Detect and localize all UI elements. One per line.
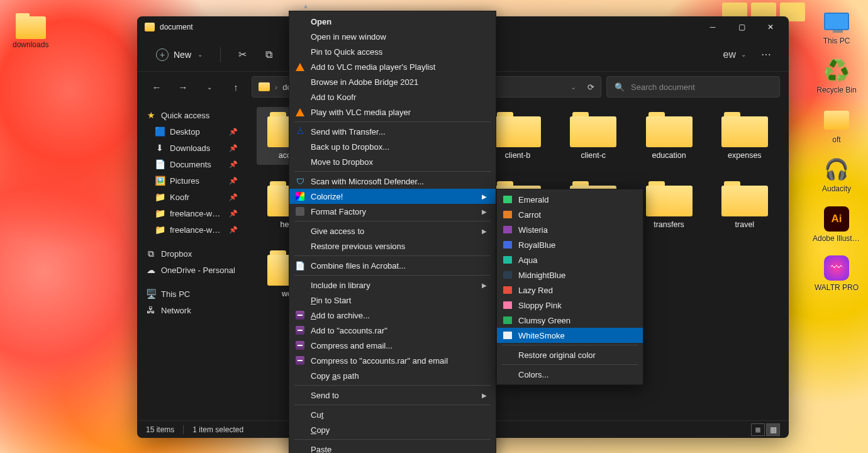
menu-item-paste[interactable]: Paste [289,442,496,453]
menu-item-restore-previous-versions[interactable]: Restore previous versions [289,238,496,254]
sidebar-item-onedrive-personal[interactable]: ☁OneDrive - Personal [140,262,244,278]
search-box[interactable]: 🔍 Search document [606,76,780,98]
menu-item-add-to-archive-[interactable]: Add to archive... [289,308,496,323]
menu-item-copy-as-path[interactable]: Copy as path [289,368,496,383]
menu-item-label: Format Factory [311,207,366,216]
more-button[interactable]: ⋯ [755,43,777,66]
sidebar-item-icon: ☁ [146,265,156,275]
folder-label: client-b [505,151,530,160]
folder-item[interactable]: education [635,107,703,165]
desktop-icon-waltr-pro[interactable]: 〰WALTR PRO [813,254,860,292]
app-icon: 🎧 [823,155,850,183]
maximize-button[interactable]: ▢ [727,16,756,38]
menu-item-cut[interactable]: Cut [289,407,496,422]
sidebar-item-documents[interactable]: 📄Documents📌 [140,156,244,172]
menu-item-send-with-transfer-[interactable]: ⧊Send with Transfer... [289,124,496,139]
color-option-emerald[interactable]: Emerald [497,192,643,207]
sidebar-item-desktop[interactable]: 🟦Desktop📌 [140,123,244,140]
menu-item-colors-more[interactable]: Colors... [497,367,643,382]
icons-view-button[interactable]: ▦ [766,423,780,436]
desktop-folder-label: downloads [13,40,48,49]
menu-item-add-to-accounts-rar-[interactable]: Add to "accounts.rar" [289,323,496,338]
menu-item-add-to-koofr[interactable]: Add to Koofr [289,89,496,104]
menu-item-send-to[interactable]: Send to▶ [289,388,496,403]
desktop-icon-recycle-bin[interactable]: ♻️Recycle Bin [813,57,860,94]
menu-item-restore-color[interactable]: Restore original color [497,347,643,362]
sidebar-item-label: Dropbox [161,249,192,259]
cut-icon[interactable]: ✂ [231,43,253,66]
ff-icon [294,206,306,217]
new-button[interactable]: + New ⌄ [148,45,210,65]
refresh-icon[interactable]: ⟳ [587,82,594,92]
menu-item-pin-to-start[interactable]: Pin to Start [289,293,496,308]
back-button[interactable]: ← [146,76,167,98]
menu-item-label: Send to [311,391,339,400]
desktop-icon-adobe-illustrat-[interactable]: AiAdobe Illustrat... [813,205,860,243]
color-option-midnightblue[interactable]: MidnightBlue [497,267,643,282]
sidebar-item-downloads[interactable]: ⬇Downloads📌 [140,140,244,156]
sidebar-item-pictures[interactable]: 🖼️Pictures📌 [140,172,244,189]
forward-button[interactable]: → [172,76,194,98]
color-option-lazy-red[interactable]: Lazy Red [497,282,643,298]
color-option-whitesmoke[interactable]: WhiteSmoke [497,328,643,343]
details-view-button[interactable]: ≣ [751,423,765,436]
menu-item-move-to-dropbox[interactable]: Move to Dropbox [289,154,496,169]
menu-item-open-in-new-window[interactable]: Open in new window [289,29,496,44]
sidebar-item-this-pc[interactable]: 🖥️This PC [140,286,244,302]
menu-item-compress-and-email-[interactable]: Compress and email... [289,338,496,353]
color-option-carrot[interactable]: Carrot [497,207,643,222]
menu-item-back-up-to-dropbox-[interactable]: Back up to Dropbox... [289,139,496,154]
menu-item-copy[interactable]: Copy [289,422,496,437]
color-option-clumsy-green[interactable]: Clumsy Green [497,313,643,328]
menu-item-open[interactable]: Open [289,14,496,29]
close-button[interactable]: ✕ [756,16,785,38]
folder-item[interactable]: expenses [711,107,779,165]
desktop-icons-column: This PC♻️Recycle Binoft🎧AudacityAiAdobe … [813,8,860,292]
menu-item-colorize-[interactable]: Colorize!▶ [289,189,496,204]
copy-icon[interactable]: ⧉ [257,43,280,66]
sidebar-item-freelance-work-f[interactable]: 📁freelance-work-f📌 [140,205,244,221]
recent-chevron[interactable]: ⌄ [199,76,220,98]
up-button[interactable]: ↑ [225,76,247,98]
menu-item-compress-to-accounts-rar-and-e[interactable]: Compress to "accounts.rar" and email [289,353,496,368]
color-option-wisteria[interactable]: Wisteria [497,222,643,237]
desktop-icon-audacity[interactable]: 🎧Audacity [813,155,860,193]
shield-icon: 🛡 [294,176,306,187]
view-dropdown[interactable]: ew⌄ [718,43,751,66]
sidebar-item-freelance-work-f[interactable]: 📁freelance-work-f📌 [140,221,244,238]
menu-item-label: Open [311,17,331,26]
menu-item-give-access-to[interactable]: Give access to▶ [289,223,496,238]
color-option-royalblue[interactable]: RoyalBlue [497,237,643,252]
pin-icon: 📌 [229,160,238,169]
menu-item-label: Restore previous versions [311,242,405,251]
color-option-aqua[interactable]: Aqua [497,252,643,267]
sidebar-item-icon: 📁 [155,225,165,235]
chevron-down-icon[interactable]: ⌄ [570,83,576,91]
menu-item-pin-to-quick-access[interactable]: Pin to Quick access [289,44,496,59]
sidebar-item-dropbox[interactable]: ⧉Dropbox [140,245,244,262]
sidebar-item-network[interactable]: 🖧Network [140,302,244,318]
desktop-icon-label: This PC [823,36,850,45]
menu-item-combine-files-in-acrobat-[interactable]: 📄Combine files in Acrobat... [289,258,496,273]
menu-overflow-up-icon[interactable]: ▲ [303,3,309,9]
desktop-folder-downloads[interactable]: downloads [13,16,48,49]
minimize-button[interactable]: ─ [698,16,727,38]
menu-item-play-with-vlc-media-player[interactable]: Play with VLC media player [289,104,496,120]
sidebar-quick-access[interactable]: ★ Quick access [140,107,244,123]
color-option-sloppy-pink[interactable]: Sloppy Pink [497,298,643,313]
menu-item-include-in-library[interactable]: Include in library▶ [289,277,496,293]
menu-item-format-factory[interactable]: Format Factory▶ [289,204,496,219]
folder-item[interactable]: transfers [635,176,703,234]
desktop-icon-oft[interactable]: oft [813,106,860,144]
submenu-arrow-icon: ▶ [482,193,487,200]
app-icon: Ai [823,205,850,233]
folder-item[interactable]: travel [711,176,779,234]
menu-item-scan-with-microsoft-defender-[interactable]: 🛡Scan with Microsoft Defender... [289,174,496,189]
sidebar-item-koofr[interactable]: 📁Koofr📌 [140,189,244,205]
folder-item[interactable]: client-c [559,107,627,165]
menu-item-browse-in-adobe-bridge-2021[interactable]: Browse in Adobe Bridge 2021 [289,74,496,89]
menu-item-add-to-vlc-media-player-s-play[interactable]: Add to VLC media player's Playlist [289,59,496,74]
sidebar-item-icon: 🟦 [155,126,165,137]
submenu-arrow-icon: ▶ [482,392,487,399]
desktop-icon-this-pc[interactable]: This PC [813,8,860,45]
